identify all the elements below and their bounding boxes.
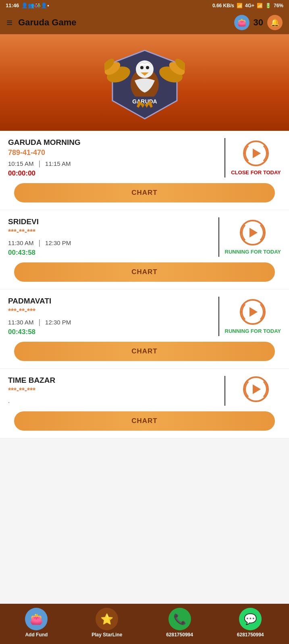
nav-label-add-fund: Add Fund xyxy=(25,632,48,638)
chart-button-padmavati[interactable]: CHART xyxy=(14,342,275,361)
open-time-padmavati: 11:30 AM xyxy=(8,319,33,326)
nav-item-play-starline[interactable]: ⭐ Play StarLine xyxy=(91,608,122,638)
game-times-sridevi: 11:30 AM | 12:30 PM xyxy=(8,239,214,247)
bottom-navigation: 👛 Add Fund ⭐ Play StarLine 📞 6281750994 … xyxy=(0,604,289,644)
close-time-padmavati: 12:30 PM xyxy=(45,319,71,326)
game-info-time-bazar: TIME BAZAR ***-**-*** . xyxy=(8,376,225,406)
nav-icon-whatsapp: 💬 xyxy=(239,608,262,630)
game-info-sridevi: SRIDEVI ***-**-*** 11:30 AM | 12:30 PM 0… xyxy=(8,217,218,257)
game-info-garuda-morning: GARUDA MORNING 789-41-470 10:15 AM | 11:… xyxy=(8,138,225,178)
signal-icon-2: 📶 xyxy=(257,3,263,8)
hamburger-menu-icon[interactable]: ≡ xyxy=(6,17,12,29)
nav-label-call-1: 6281750994 xyxy=(166,632,193,638)
network-type: 4G+ xyxy=(245,3,254,8)
game-card-padmavati: PADMAVATI ***-**-*** 11:30 AM | 12:30 PM… xyxy=(0,289,289,369)
game-status-col-sridevi: RUNNING FOR TODAY xyxy=(218,217,281,257)
hero-banner: GARUDA xyxy=(0,34,289,131)
time-placeholder-time-bazar: . xyxy=(8,397,10,404)
game-timer-sridevi: 00:43:58 xyxy=(8,249,214,257)
svg-point-8 xyxy=(140,66,143,69)
close-time-sridevi: 12:30 PM xyxy=(45,239,71,246)
game-times-garuda-morning: 10:15 AM | 11:15 AM xyxy=(8,159,220,168)
game-number-time-bazar: ***-**-*** xyxy=(8,386,220,395)
game-name-time-bazar: TIME BAZAR xyxy=(8,376,220,385)
open-time-garuda-morning: 10:15 AM xyxy=(8,160,33,167)
time-divider-garuda-morning: | xyxy=(38,159,40,168)
play-triangle-padmavati xyxy=(249,307,258,317)
game-card-inner-sridevi: SRIDEVI ***-**-*** 11:30 AM | 12:30 PM 0… xyxy=(8,217,281,257)
status-left: 11:46 👤👥👫👤• xyxy=(6,2,49,8)
game-name-garuda-morning: GARUDA MORNING xyxy=(8,138,220,147)
game-timer-garuda-morning: 00:00:00 xyxy=(8,169,220,178)
coin-count: 30 xyxy=(254,17,263,28)
time-divider-sridevi: | xyxy=(38,239,40,247)
close-time-garuda-morning: 11:15 AM xyxy=(45,160,71,167)
battery-level: 76% xyxy=(274,3,283,8)
game-status-col-time-bazar xyxy=(225,376,281,406)
status-time: 11:46 xyxy=(6,2,19,8)
status-label-garuda-morning: CLOSE FOR TODAY xyxy=(231,169,281,175)
game-card-time-bazar: TIME BAZAR ***-**-*** . CHART xyxy=(0,369,289,438)
status-label-sridevi: RUNNING FOR TODAY xyxy=(225,249,281,255)
nav-icon-symbol-play-starline: ⭐ xyxy=(100,613,113,625)
nav-item-add-fund[interactable]: 👛 Add Fund xyxy=(25,608,48,638)
battery-icon: 🔋 xyxy=(265,3,271,8)
notification-bell-icon[interactable]: 🔔 xyxy=(267,15,283,30)
open-time-sridevi: 11:30 AM xyxy=(8,239,33,246)
nav-item-whatsapp[interactable]: 💬 6281750994 xyxy=(237,608,264,638)
game-card-inner-padmavati: PADMAVATI ***-**-*** 11:30 AM | 12:30 PM… xyxy=(8,297,281,336)
status-label-padmavati: RUNNING FOR TODAY xyxy=(225,328,281,334)
game-status-col-padmavati: RUNNING FOR TODAY xyxy=(218,297,281,336)
game-name-sridevi: SRIDEVI xyxy=(8,217,214,226)
app-header: ≡ Garuda Game 👛 30 🔔 xyxy=(0,11,289,34)
header-actions: 👛 30 🔔 xyxy=(234,15,283,30)
play-circle-time-bazar[interactable] xyxy=(243,376,269,402)
network-speed: 0.66 KB/s xyxy=(212,3,234,8)
nav-label-whatsapp: 6281750994 xyxy=(237,632,264,638)
game-card-inner-time-bazar: TIME BAZAR ***-**-*** . xyxy=(8,376,281,406)
nav-item-call-1[interactable]: 📞 6281750994 xyxy=(166,608,193,638)
garuda-logo: GARUDA xyxy=(104,44,185,125)
game-number-sridevi: ***-**-*** xyxy=(8,228,214,236)
game-info-padmavati: PADMAVATI ***-**-*** 11:30 AM | 12:30 PM… xyxy=(8,297,218,336)
game-times-padmavati: 11:30 AM | 12:30 PM xyxy=(8,318,214,326)
app-title: Garuda Game xyxy=(18,17,228,28)
status-right: 0.66 KB/s 📶 4G+ 📶 🔋 76% xyxy=(212,3,283,8)
status-bar: 11:46 👤👥👫👤• 0.66 KB/s 📶 4G+ 📶 🔋 76% xyxy=(0,0,289,11)
time-divider-padmavati: | xyxy=(38,318,40,326)
logo-container: GARUDA xyxy=(104,44,185,125)
chart-button-time-bazar[interactable]: CHART xyxy=(14,411,275,431)
game-number-padmavati: ***-**-*** xyxy=(8,307,214,316)
nav-icon-symbol-call-1: 📞 xyxy=(173,613,186,625)
game-timer-padmavati: 00:43:58 xyxy=(8,328,214,336)
nav-icon-symbol-add-fund: 👛 xyxy=(30,613,43,625)
nav-icon-add-fund: 👛 xyxy=(25,608,48,630)
play-circle-padmavati[interactable] xyxy=(240,299,266,325)
play-circle-sridevi[interactable] xyxy=(240,220,266,246)
game-name-padmavati: PADMAVATI xyxy=(8,297,214,305)
games-list: GARUDA MORNING 789-41-470 10:15 AM | 11:… xyxy=(0,131,289,438)
nav-label-play-starline: Play StarLine xyxy=(91,632,122,638)
status-icons: 👤👥👫👤• xyxy=(21,2,49,8)
game-card-sridevi: SRIDEVI ***-**-*** 11:30 AM | 12:30 PM 0… xyxy=(0,210,289,289)
chart-button-sridevi[interactable]: CHART xyxy=(14,262,275,282)
svg-point-9 xyxy=(146,66,149,69)
game-times-time-bazar: . xyxy=(8,397,220,404)
game-card-garuda-morning: GARUDA MORNING 789-41-470 10:15 AM | 11:… xyxy=(0,131,289,210)
signal-icon: 📶 xyxy=(237,3,243,8)
chart-button-garuda-morning[interactable]: CHART xyxy=(14,183,275,202)
wallet-icon[interactable]: 👛 xyxy=(234,15,249,30)
svg-text:GARUDA: GARUDA xyxy=(132,98,157,105)
nav-icon-call-1: 📞 xyxy=(168,608,191,630)
game-card-inner-garuda-morning: GARUDA MORNING 789-41-470 10:15 AM | 11:… xyxy=(8,138,281,178)
game-status-col-garuda-morning: CLOSE FOR TODAY xyxy=(225,138,281,178)
game-number-garuda-morning: 789-41-470 xyxy=(8,149,220,157)
play-triangle-time-bazar xyxy=(253,384,261,394)
play-circle-garuda-morning[interactable] xyxy=(243,140,269,166)
nav-icon-play-starline: ⭐ xyxy=(96,608,118,630)
nav-icon-symbol-whatsapp: 💬 xyxy=(244,613,257,625)
play-triangle-garuda-morning xyxy=(253,149,261,158)
play-triangle-sridevi xyxy=(249,228,258,237)
